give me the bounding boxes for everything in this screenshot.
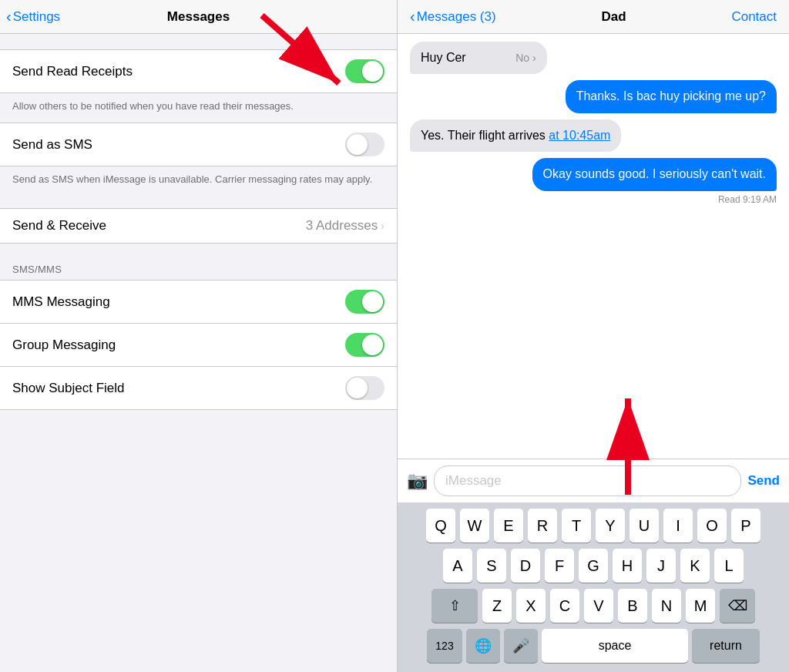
toggle-knob: [362, 61, 383, 82]
keyboard-row-1: Q W E R T Y U I O P: [401, 509, 786, 543]
keyboard-row-4: 123 🌐 🎤 space return: [401, 629, 786, 663]
key-e[interactable]: E: [494, 509, 523, 543]
key-mic[interactable]: 🎤: [504, 629, 538, 663]
group-messaging-row[interactable]: Group Messaging: [0, 324, 397, 367]
bubble-text: Okay sounds good. I seriously can't wait…: [543, 167, 766, 180]
send-receive-row[interactable]: Send & Receive 3 Addresses ›: [0, 209, 397, 243]
show-subject-field-toggle[interactable]: [345, 376, 384, 400]
camera-icon[interactable]: 📷: [407, 471, 428, 491]
group-messaging-toggle[interactable]: [345, 333, 384, 357]
send-receive-label: Send & Receive: [12, 218, 106, 234]
send-as-sms-group: Send as SMS: [0, 123, 397, 166]
send-receive-addresses: 3 Addresses: [306, 218, 378, 234]
send-receive-chevron-icon: ›: [381, 220, 384, 232]
send-button[interactable]: Send: [747, 473, 780, 489]
key-a[interactable]: A: [443, 549, 472, 583]
send-as-sms-label: Send as SMS: [12, 137, 92, 153]
messages-body: Huy Cer No › Thanks. Is bac huy picking …: [398, 34, 789, 459]
key-y[interactable]: Y: [596, 509, 625, 543]
back-chevron-icon: ‹: [410, 8, 415, 25]
key-q[interactable]: Q: [426, 509, 455, 543]
key-o[interactable]: O: [697, 509, 727, 543]
toggle-knob: [362, 334, 383, 355]
key-numbers[interactable]: 123: [427, 629, 462, 663]
key-x[interactable]: X: [516, 589, 546, 623]
mms-messaging-label: MMS Messaging: [12, 294, 110, 310]
bubble-received-partial: Huy Cer No ›: [410, 42, 547, 74]
key-b[interactable]: B: [618, 589, 647, 623]
key-m[interactable]: M: [686, 589, 715, 623]
settings-back-button[interactable]: ‹ Settings: [6, 8, 60, 25]
sms-mms-group: MMS Messaging Group Messaging Show Subje…: [0, 280, 397, 410]
read-receipts-toggle-container: [345, 59, 384, 83]
keyboard-row-2: A S D F G H J K L: [401, 549, 786, 583]
mms-messaging-row[interactable]: MMS Messaging: [0, 281, 397, 324]
key-f[interactable]: F: [545, 549, 574, 583]
key-shift[interactable]: ⇧: [431, 589, 478, 623]
toggle-knob: [347, 134, 368, 155]
bubble-sent-1: Thanks. Is bac huy picking me up?: [566, 80, 777, 113]
key-c[interactable]: C: [550, 589, 579, 623]
key-h[interactable]: H: [613, 549, 642, 583]
show-subject-field-label: Show Subject Field: [12, 381, 125, 396]
back-chevron-icon: ‹: [6, 8, 12, 25]
bubble-text: Huy Cer: [421, 51, 466, 64]
send-read-receipts-label: Send Read Receipts: [12, 64, 133, 79]
send-read-receipts-row[interactable]: Send Read Receipts: [0, 50, 397, 92]
key-i[interactable]: I: [663, 509, 693, 543]
send-receive-value: 3 Addresses ›: [306, 218, 384, 234]
send-receive-group: Send & Receive 3 Addresses ›: [0, 208, 397, 244]
send-read-receipts-group: Send Read Receipts: [0, 49, 397, 93]
back-label[interactable]: Settings: [13, 9, 60, 25]
settings-title: Messages: [167, 9, 230, 25]
key-k[interactable]: K: [680, 549, 710, 583]
read-receipt: Read 9:19 AM: [718, 194, 777, 205]
send-as-sms-description: Send as SMS when iMessage is unavailable…: [0, 166, 397, 196]
bubble-text: No ›: [515, 52, 536, 64]
key-d[interactable]: D: [511, 549, 540, 583]
toggle-knob: [362, 291, 383, 312]
key-s[interactable]: S: [477, 549, 506, 583]
messages-back-label[interactable]: Messages (3): [417, 9, 496, 25]
key-globe[interactable]: 🌐: [466, 629, 500, 663]
messages-header: ‹ Messages (3) Dad Contact: [398, 0, 789, 34]
message-input-area: 📷 iMessage Send: [398, 459, 789, 502]
bubble-received-1: Yes. Their flight arrives at 10:45am: [410, 119, 621, 152]
key-t[interactable]: T: [562, 509, 591, 543]
send-read-receipts-toggle[interactable]: [345, 59, 384, 83]
key-v[interactable]: V: [584, 589, 613, 623]
key-w[interactable]: W: [460, 509, 489, 543]
key-l[interactable]: L: [714, 549, 744, 583]
mms-messaging-toggle[interactable]: [345, 290, 384, 314]
message-input-field[interactable]: iMessage: [434, 465, 741, 496]
key-p[interactable]: P: [731, 509, 760, 543]
input-placeholder: iMessage: [445, 473, 502, 488]
key-n[interactable]: N: [652, 589, 681, 623]
key-r[interactable]: R: [528, 509, 557, 543]
key-return[interactable]: return: [692, 629, 760, 663]
message-link[interactable]: at 10:45am: [549, 129, 610, 142]
key-space[interactable]: space: [542, 629, 688, 663]
keyboard: Q W E R T Y U I O P A S D F G H J K: [398, 502, 789, 672]
key-z[interactable]: Z: [482, 589, 512, 623]
group-messaging-label: Group Messaging: [12, 338, 116, 353]
settings-header: ‹ Settings Messages: [0, 0, 397, 34]
key-j[interactable]: J: [646, 549, 676, 583]
keyboard-row-3: ⇧ Z X C V B N M ⌫: [401, 589, 786, 623]
key-u[interactable]: U: [630, 509, 659, 543]
key-g[interactable]: G: [579, 549, 608, 583]
sms-section-label: SMS/MMS: [0, 259, 397, 280]
messages-back-button[interactable]: ‹ Messages (3): [410, 8, 496, 25]
send-as-sms-toggle[interactable]: [345, 133, 384, 156]
send-as-sms-row[interactable]: Send as SMS: [0, 123, 397, 166]
bubble-sent-2: Okay sounds good. I seriously can't wait…: [532, 158, 777, 190]
show-subject-field-row[interactable]: Show Subject Field: [0, 367, 397, 409]
bubble-text: Thanks. Is bac huy picking me up?: [576, 89, 766, 102]
toggle-knob: [347, 378, 368, 398]
bubble-text: Yes. Their flight arrives at 10:45am: [421, 129, 610, 142]
key-delete[interactable]: ⌫: [720, 589, 755, 623]
send-read-receipts-description: Allow others to be notified when you hav…: [0, 93, 397, 123]
contact-button[interactable]: Contact: [731, 9, 777, 25]
messages-contact-name: Dad: [601, 9, 626, 25]
spacer: [0, 244, 397, 259]
